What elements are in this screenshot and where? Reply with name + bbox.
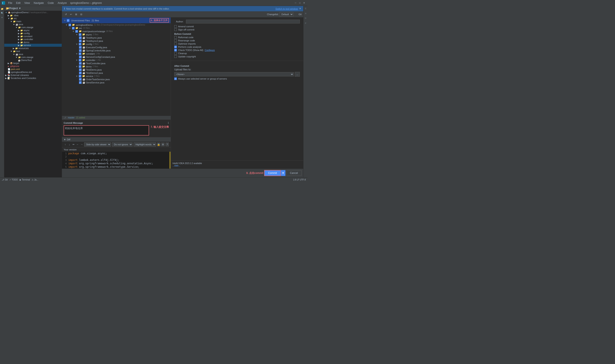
database-icon[interactable]: D <box>305 16 307 21</box>
bottom-terminal-item[interactable]: ▶ Terminal <box>20 179 30 181</box>
sign-off-checkbox[interactable] <box>174 28 177 31</box>
diff-forward-button[interactable]: → <box>80 142 83 147</box>
unversioned-files-header[interactable]: ▼ ✓ Unversioned Files 21 files 6. 选择全不文件 <box>62 17 171 23</box>
menu-analyze[interactable]: Analyze <box>56 1 68 5</box>
file-entry-springbootdemo[interactable]: ▼ ✓ 📁 springbootDemo 21 files D:\workspa… <box>62 23 171 26</box>
perform-analysis-checkbox[interactable]: ✓ <box>174 46 177 48</box>
idea-update-link[interactable]: ...date... <box>173 165 302 167</box>
diff-edit-button[interactable]: ✏ <box>72 142 75 147</box>
tree-main[interactable]: ▼ 📁 main <box>4 20 62 23</box>
maven-icon[interactable]: M <box>305 6 307 11</box>
ordertaskservice-checkbox[interactable]: ✓ <box>79 78 81 81</box>
diff-next-button[interactable]: ↓ <box>68 142 71 147</box>
serviceconfigconstant-checkbox[interactable]: ✓ <box>79 56 81 58</box>
file-entry-src[interactable]: ▼ ✓ 📁 src 19 files <box>62 26 171 30</box>
commit-dropdown-button[interactable]: ▼ <box>281 170 285 176</box>
file-entry-controller[interactable]: ▼ ✓ 📁 controller 1 file <box>62 58 171 62</box>
file-entry-testcontroller[interactable]: ✓ ☕ TestController.java <box>62 62 171 65</box>
file-entry-main-java[interactable]: ▼ ✓ 📁 main\java\com\xiaoge 18 files <box>62 30 171 33</box>
file-entry-serviceconfigconstant[interactable]: ✓ ☕ ServiceConfigConstant.java <box>62 55 171 58</box>
async-checkbox[interactable]: ✓ <box>79 33 81 36</box>
file-entry-constant[interactable]: ▼ ✓ 📁 constant 1 file <box>62 52 171 55</box>
maximize-button[interactable]: □ <box>298 1 302 5</box>
tree-iml[interactable]: 📄 springbootDemo.iml <box>4 71 62 74</box>
file-entry-sendservice[interactable]: ✓ ☕ SendService.java <box>62 81 171 84</box>
upload-browse-button[interactable]: ... <box>295 72 300 77</box>
close-button[interactable]: ✕ <box>302 1 306 5</box>
tree-com-xiaoge[interactable]: ▼ 📁 com.xiaoge <box>4 26 62 29</box>
springbootdemo-checkbox[interactable]: ✓ <box>68 24 71 26</box>
reformat-code-checkbox[interactable] <box>174 36 177 39</box>
always-use-checkbox[interactable]: ✓ <box>174 78 177 80</box>
diff-header[interactable]: ▼ Diff <box>62 137 171 142</box>
file-entry-async[interactable]: ▼ ✓ 📁 async 2 files <box>62 33 171 36</box>
tree-test[interactable]: ▼ 📁 test <box>4 50 62 53</box>
file-entry-demo[interactable]: ▼ ✓ 📁 demo 2 files <box>62 65 171 68</box>
author-input[interactable] <box>186 20 300 24</box>
menu-edit[interactable]: Edit <box>14 1 22 5</box>
tree-scratches[interactable]: ▶ 📝 Scratches and Consoles <box>4 77 62 79</box>
sidebar-structure-icon[interactable]: 🔍 <box>0 11 4 15</box>
tree-service[interactable]: ▶ 📁 service <box>4 44 62 47</box>
update-copyright-checkbox[interactable] <box>174 55 177 58</box>
diff-settings-button[interactable]: ⚙ <box>161 143 165 146</box>
tree-demo-test[interactable]: ☕ DemoTest <box>4 59 62 62</box>
undo-button[interactable]: ↩ <box>69 12 73 16</box>
file-entry-testdemo2[interactable]: ✓ ☕ TestDemo2.java <box>62 71 171 75</box>
restful-icon[interactable]: R <box>305 11 307 16</box>
amend-commit-checkbox[interactable] <box>174 25 177 28</box>
commit-button[interactable]: Commit <box>264 170 281 176</box>
file-entry-testdemo[interactable]: ✓ ☕ TestDemo.java <box>62 68 171 71</box>
tree-resources[interactable]: ▶ 📁 resources <box>4 47 62 50</box>
service-checkbox[interactable]: ✓ <box>79 75 81 78</box>
tree-controller[interactable]: ▶ 📁 controller <box>4 38 62 41</box>
diff-back-button[interactable]: ← <box>76 142 79 147</box>
menu-file[interactable]: File <box>6 1 14 5</box>
file-entry-springcontextutils[interactable]: ✓ ☕ SpringContextUtils.java <box>62 49 171 52</box>
refresh-button[interactable]: ↺ <box>64 12 68 16</box>
file-entry-testasync2[interactable]: ✓ ☕ TestAsync2.java <box>62 39 171 42</box>
controller-checkbox[interactable]: ✓ <box>79 59 81 62</box>
optimize-imports-checkbox[interactable] <box>174 42 177 45</box>
nextchat-icon[interactable]: N <box>305 21 307 26</box>
file-entry-service[interactable]: ▼ ✓ 📁 service 3 files <box>62 75 171 78</box>
diff-ignore-select[interactable]: Do not ignore <box>112 142 133 147</box>
file-entry-ordertaskservice[interactable]: ✓ ☕ OrderTaskService.java <box>62 78 171 81</box>
tree-idea[interactable]: ▶ 📁 .idea <box>4 14 62 17</box>
switch-to-tool-window-link[interactable]: Switch to tool window <box>275 7 298 10</box>
diff-prev-button[interactable]: ↑ <box>64 142 67 147</box>
main-java-checkbox[interactable]: ✓ <box>75 30 78 33</box>
bottom-todo-item[interactable]: ✓ TODO <box>9 179 18 181</box>
file-entry-config[interactable]: ▼ ✓ 📁 config 2 files <box>62 42 171 46</box>
testdemo-checkbox[interactable]: ✓ <box>79 68 81 71</box>
tree-src[interactable]: ▼ 📁 src <box>4 17 62 20</box>
group-button[interactable]: ⊟ <box>79 12 83 16</box>
git-tab-label[interactable]: Git <box>298 13 302 16</box>
cancel-button[interactable]: Cancel <box>286 170 302 176</box>
bottom-problems-item[interactable]: ⚠ Ja... <box>32 179 38 181</box>
demo-checkbox[interactable]: ✓ <box>79 65 81 68</box>
menu-view[interactable]: View <box>23 1 32 5</box>
sendservice-checkbox[interactable]: ✓ <box>79 81 81 84</box>
menu-code[interactable]: Code <box>46 1 55 5</box>
upload-select[interactable]: <None> <box>174 72 294 76</box>
tree-constant[interactable]: ▶ 📁 constant <box>4 35 62 38</box>
tree-root[interactable]: ▼ 🏠 springbootDemo D:\workspace\zhan... <box>4 11 62 14</box>
diff-help-button[interactable]: ? <box>165 143 169 146</box>
src-checkbox[interactable]: ✓ <box>72 27 75 29</box>
sidebar-favorites-icon[interactable]: ★ <box>0 15 4 19</box>
executorconfig-checkbox[interactable]: ✓ <box>79 46 81 49</box>
diff-lock-button[interactable]: 🔒 <box>157 143 160 146</box>
tree-gitignore[interactable]: ● .gitignore <box>4 65 62 68</box>
file-entry-executorconfig[interactable]: ✓ ☕ ExecutorConfig.java <box>62 46 171 49</box>
testasync-checkbox[interactable]: ✓ <box>79 37 81 39</box>
cleanup-checkbox[interactable] <box>174 52 177 55</box>
unversioned-checkbox[interactable]: ✓ <box>67 19 69 22</box>
tree-test-com-xiaoge[interactable]: ▼ 📁 com.xiaoge <box>4 56 62 59</box>
file-entry-testasync[interactable]: ✓ ☕ TestAsync.java <box>62 36 171 39</box>
tree-test-java[interactable]: ▼ ☕ java <box>4 53 62 56</box>
menu-navigate[interactable]: Navigate <box>32 1 45 5</box>
config-checkbox[interactable]: ✓ <box>79 43 81 45</box>
bottom-git-item[interactable]: ⎇ Git <box>2 179 8 181</box>
commit-message-input[interactable]: 初始化本地仓库 <box>64 125 149 135</box>
